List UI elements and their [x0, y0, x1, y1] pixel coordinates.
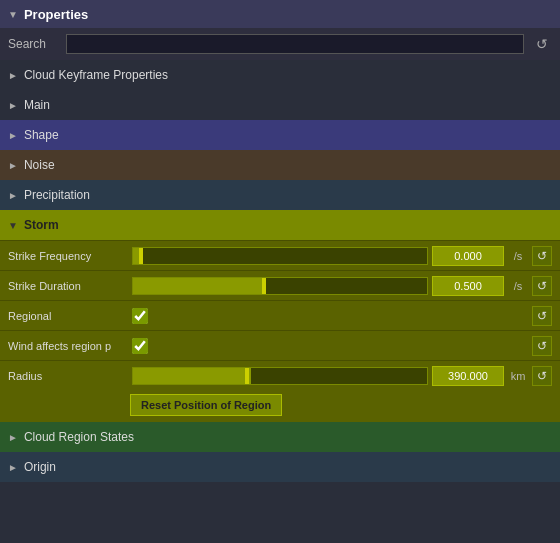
section-cloud-region-states[interactable]: ► Cloud Region States [0, 422, 560, 452]
precipitation-arrow-icon: ► [8, 190, 18, 201]
radius-thumb [245, 368, 249, 384]
shape-arrow-icon: ► [8, 130, 18, 141]
section-noise[interactable]: ► Noise [0, 150, 560, 180]
title-bar: ▼ Properties [0, 0, 560, 28]
strike-duration-value[interactable] [432, 276, 504, 296]
radius-value[interactable] [432, 366, 504, 386]
strike-frequency-value[interactable] [432, 246, 504, 266]
origin-label: Origin [24, 460, 56, 474]
section-main[interactable]: ► Main [0, 90, 560, 120]
cloud-keyframe-label: Cloud Keyframe Properties [24, 68, 168, 82]
search-input[interactable] [66, 34, 524, 54]
radius-label: Radius [8, 370, 128, 382]
strike-duration-label: Strike Duration [8, 280, 128, 292]
strike-frequency-reset-button[interactable]: ↺ [532, 246, 552, 266]
cloud-region-states-label: Cloud Region States [24, 430, 134, 444]
strike-duration-reset-button[interactable]: ↺ [532, 276, 552, 296]
section-origin[interactable]: ► Origin [0, 452, 560, 482]
radius-unit: km [508, 370, 528, 382]
radius-row: Radius km ↺ [0, 360, 560, 390]
strike-duration-unit: /s [508, 280, 528, 292]
origin-arrow-icon: ► [8, 462, 18, 473]
properties-panel: ▼ Properties Search ↺ ► Cloud Keyframe P… [0, 0, 560, 543]
radius-slider[interactable] [132, 367, 428, 385]
section-precipitation[interactable]: ► Precipitation [0, 180, 560, 210]
wind-affects-region-checkbox[interactable] [132, 338, 148, 354]
noise-arrow-icon: ► [8, 160, 18, 171]
storm-label: Storm [24, 218, 59, 232]
strike-duration-fill [133, 278, 265, 294]
main-arrow-icon: ► [8, 100, 18, 111]
storm-body: Strike Frequency /s ↺ Strike Duration /s… [0, 240, 560, 422]
empty-fill [0, 482, 560, 543]
radius-reset-button[interactable]: ↺ [532, 366, 552, 386]
panel-title: Properties [24, 7, 88, 22]
reset-position-button[interactable]: Reset Position of Region [130, 394, 282, 416]
regional-checkbox[interactable] [132, 308, 148, 324]
section-storm-header[interactable]: ▼ Storm [0, 210, 560, 240]
section-shape[interactable]: ► Shape [0, 120, 560, 150]
title-arrow-icon: ▼ [8, 9, 18, 20]
main-label: Main [24, 98, 50, 112]
search-row: Search ↺ [0, 28, 560, 60]
section-cloud-keyframe[interactable]: ► Cloud Keyframe Properties [0, 60, 560, 90]
strike-frequency-thumb [139, 248, 143, 264]
strike-frequency-unit: /s [508, 250, 528, 262]
precipitation-label: Precipitation [24, 188, 90, 202]
cloud-keyframe-arrow-icon: ► [8, 70, 18, 81]
regional-reset-button[interactable]: ↺ [532, 306, 552, 326]
search-label: Search [8, 37, 58, 51]
search-reset-button[interactable]: ↺ [532, 36, 552, 52]
wind-affects-region-label: Wind affects region p [8, 340, 128, 352]
wind-affects-region-reset-button[interactable]: ↺ [532, 336, 552, 356]
strike-duration-thumb [262, 278, 266, 294]
radius-fill [133, 368, 251, 384]
strike-frequency-label: Strike Frequency [8, 250, 128, 262]
strike-frequency-slider[interactable] [132, 247, 428, 265]
storm-arrow-icon: ▼ [8, 220, 18, 231]
regional-row: Regional ↺ [0, 300, 560, 330]
noise-label: Noise [24, 158, 55, 172]
strike-frequency-row: Strike Frequency /s ↺ [0, 240, 560, 270]
cloud-region-arrow-icon: ► [8, 432, 18, 443]
regional-label: Regional [8, 310, 128, 322]
reset-position-row: Reset Position of Region [0, 390, 560, 422]
shape-label: Shape [24, 128, 59, 142]
strike-duration-row: Strike Duration /s ↺ [0, 270, 560, 300]
wind-affects-region-row: Wind affects region p ↺ [0, 330, 560, 360]
strike-duration-slider[interactable] [132, 277, 428, 295]
